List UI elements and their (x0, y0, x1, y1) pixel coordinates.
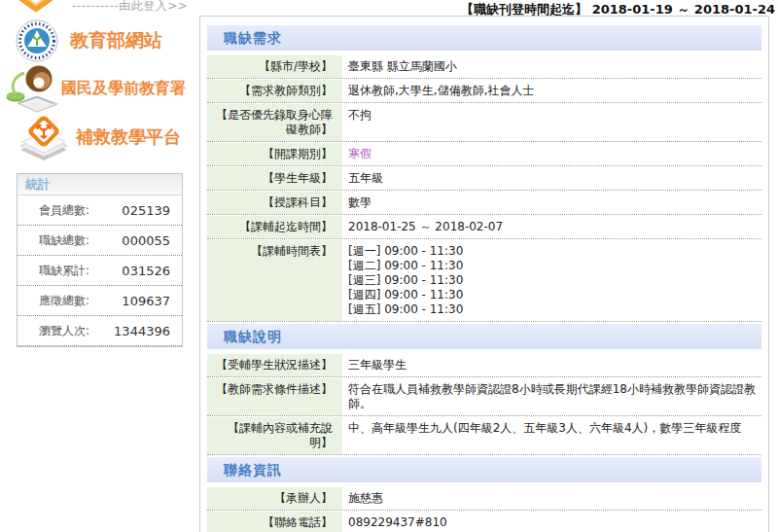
stat-value: 1344396 (114, 324, 170, 338)
login-link-label[interactable]: ----------由此登入>> (72, 0, 188, 15)
section-title: 職缺說明 (207, 324, 761, 349)
stat-row-openings-total: 職缺累計: 031526 (18, 256, 182, 286)
sidebar-link-moe[interactable]: 教育部網站 (16, 19, 162, 62)
lamp-book-icon (4, 64, 60, 113)
row-label: 【聯絡電話】 (207, 512, 342, 532)
row-label: 【學生年級】 (207, 167, 342, 190)
row-label: 【課輔起迄時間】 (207, 216, 342, 238)
sidebar-link-platform-label[interactable]: 補救教學平台 (76, 125, 181, 149)
stat-label: 應徵總數: (39, 293, 89, 309)
row-value: 089229437#810 (342, 512, 761, 532)
row-label: 【開課期別】 (207, 143, 342, 165)
stat-value: 025139 (122, 203, 170, 218)
row-value: 施慈惠 (342, 487, 761, 510)
row-value: 退休教師,大學生,儲備教師,社會人士 (342, 80, 761, 102)
row-student-status: 【受輔學生狀況描述】 三年級學生 (207, 354, 761, 377)
stat-row-members: 會員總數: 025139 (18, 195, 182, 226)
stats-panel-title: 統計 (18, 174, 182, 195)
job-detail-panel: 職缺需求 【縣市/學校】 臺東縣 縣立馬蘭國小 【需求教師類別】 退休教師,大學… (199, 16, 769, 532)
row-value: 數學 (342, 192, 761, 214)
timetable-line: [週一] 09:00 - 11:30 (348, 244, 758, 259)
sidebar-link-k12ea-label[interactable]: 國民及學前教育署 (61, 79, 186, 99)
chevron-down-icon (14, 0, 58, 14)
stat-label: 職缺總數: (39, 232, 89, 249)
section-job-description: 職缺說明 【受輔學生狀況描述】 三年級學生 【教師需求條件描述】 符合在職人員補… (207, 324, 761, 455)
row-tutoring-period: 【課輔起迄時間】 2018-01-25 ～ 2018-02-07 (207, 216, 761, 239)
moe-seal-icon (16, 19, 58, 62)
row-label: 【承辦人】 (207, 487, 342, 510)
sidebar-link-platform[interactable]: 補救教學平台 (18, 113, 181, 161)
timetable-line: [週五] 09:00 - 11:30 (348, 302, 758, 317)
row-label: 【受輔學生狀況描述】 (207, 354, 342, 376)
stats-panel: 統計 會員總數: 025139 職缺總數: 000055 職缺累計: 03152… (17, 173, 183, 347)
row-label: 【課輔時間表】 (207, 240, 342, 321)
row-label: 【教師需求條件描述】 (207, 378, 342, 415)
row-label: 【是否優先錄取身心障礙教師】 (207, 104, 342, 141)
row-value: 三年級學生 (342, 354, 761, 376)
stat-row-applications: 應徵總數: 109637 (18, 286, 182, 316)
row-value: 臺東縣 縣立馬蘭國小 (342, 55, 761, 78)
timetable-line: [週二] 09:00 - 11:30 (348, 259, 758, 273)
stat-value: 000055 (122, 233, 170, 248)
row-label: 【需求教師類別】 (207, 80, 342, 102)
sidebar-link-moe-label[interactable]: 教育部網站 (70, 28, 162, 53)
publish-period-value: 2018-01-19 ～ 2018-01-24 (592, 2, 775, 17)
timetable-lines: [週一] 09:00 - 11:30 [週二] 09:00 - 11:30 [週… (342, 240, 761, 321)
section-title: 職缺需求 (207, 25, 761, 51)
row-label: 【授課科目】 (207, 192, 342, 214)
row-disability-priority: 【是否優先錄取身心障礙教師】 不拘 (207, 104, 761, 142)
stat-label: 職缺累計: (39, 263, 89, 279)
course-term-link[interactable]: 寒假 (348, 147, 371, 160)
section-title: 聯絡資訊 (207, 457, 761, 482)
login-link[interactable]: ----------由此登入>> (14, 0, 188, 16)
row-timetable: 【課輔時間表】 [週一] 09:00 - 11:30 [週二] 09:00 - … (207, 240, 761, 322)
stat-label: 瀏覽人次: (39, 323, 89, 339)
row-label: 【縣市/學校】 (207, 55, 342, 78)
row-contact-person: 【承辦人】 施慈惠 (207, 487, 761, 511)
row-value: 中、高年級學生九人(四年級2人、五年級3人、六年級4人)，數學三年級程度 (342, 417, 761, 454)
sidebar: ----------由此登入>> 教育部網站 (0, 0, 194, 532)
stat-value: 109637 (122, 294, 170, 308)
row-contact-phone: 【聯絡電話】 089229437#810 (207, 512, 761, 532)
row-county-school: 【縣市/學校】 臺東縣 縣立馬蘭國小 (207, 55, 761, 79)
row-teacher-types: 【需求教師類別】 退休教師,大學生,儲備教師,社會人士 (207, 80, 761, 103)
stat-row-openings: 職缺總數: 000055 (18, 226, 182, 256)
timetable-line: [週三] 09:00 - 11:30 (348, 273, 758, 288)
row-teacher-conditions: 【教師需求條件描述】 符合在職人員補救教學師資認證8小時或長期代課經18小時補救… (207, 378, 761, 416)
publish-period-label: 【職缺刊登時間起迄】 (461, 2, 587, 17)
stat-label: 會員總數: (39, 202, 89, 219)
sidebar-link-k12ea[interactable]: 國民及學前教育署 (4, 64, 186, 113)
platform-diamond-icon (18, 113, 70, 161)
row-label: 【課輔內容或補充說明】 (207, 417, 342, 454)
row-value: 符合在職人員補救教學師資認證8小時或長期代課經18小時補救教學師資認證教師。 (342, 378, 761, 415)
timetable-line: [週四] 09:00 - 11:30 (348, 288, 758, 302)
row-value: 五年級 (342, 167, 761, 190)
stat-value: 031526 (122, 264, 170, 278)
stat-row-pageviews: 瀏覽人次: 1344396 (18, 316, 182, 346)
section-contact-info: 聯絡資訊 【承辦人】 施慈惠 【聯絡電話】 089229437#810 (207, 457, 761, 532)
row-content-notes: 【課輔內容或補充說明】 中、高年級學生九人(四年級2人、五年級3人、六年級4人)… (207, 417, 761, 455)
row-value: 不拘 (342, 104, 761, 141)
row-subject: 【授課科目】 數學 (207, 192, 761, 215)
row-student-grade: 【學生年級】 五年級 (207, 167, 761, 191)
row-course-term: 【開課期別】 寒假 (207, 143, 761, 166)
row-value: 2018-01-25 ～ 2018-02-07 (342, 216, 761, 238)
section-job-requirements: 職缺需求 【縣市/學校】 臺東縣 縣立馬蘭國小 【需求教師類別】 退休教師,大學… (207, 25, 761, 322)
page-root: 【職缺刊登時間起迄】 2018-01-19 ～ 2018-01-24 -----… (0, 0, 778, 532)
